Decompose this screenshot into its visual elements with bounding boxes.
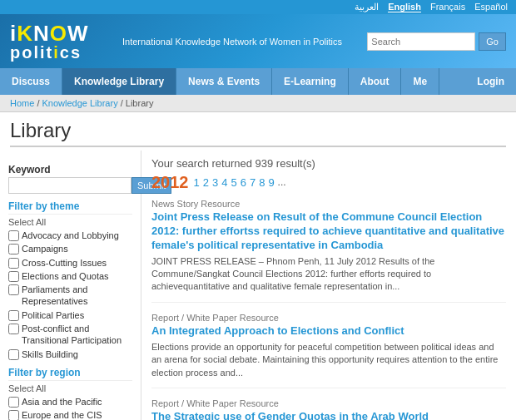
result-item: Report / White Paper Resource The Strate… — [151, 398, 506, 420]
keyword-input[interactable] — [8, 177, 131, 194]
result-item: Report / White Paper Resource An Integra… — [151, 313, 506, 388]
header-search: Go — [367, 32, 506, 51]
page-9[interactable]: 9 — [268, 176, 274, 189]
logo-letter-w: W — [67, 21, 89, 46]
logo-politics: politics — [10, 44, 89, 61]
main-content: Keyword Submit Filter by theme Select Al… — [0, 151, 516, 420]
theme-political-parties-checkbox[interactable] — [8, 310, 19, 321]
lang-arabic[interactable]: العربية — [355, 2, 379, 12]
breadcrumb-knowledge-library[interactable]: Knowledge Library — [42, 98, 118, 108]
logo-letter-o: O — [50, 21, 67, 46]
page-3[interactable]: 3 — [212, 176, 218, 189]
breadcrumb-current: Library — [126, 98, 154, 108]
sidebar: Keyword Submit Filter by theme Select Al… — [0, 151, 141, 420]
result-item: News Story Resource Joint Press Release … — [151, 199, 506, 303]
region-europe: Europe and the CIS — [8, 409, 132, 420]
nav-discuss[interactable]: Discuss — [0, 68, 62, 95]
theme-political-parties: Political Parties — [8, 309, 132, 321]
theme-political-parties-label: Political Parties — [22, 309, 84, 321]
nav-about[interactable]: About — [349, 68, 402, 95]
nav-me[interactable]: Me — [401, 68, 439, 95]
theme-elections-quotas-checkbox[interactable] — [8, 271, 19, 282]
result-title[interactable]: Joint Press Release on Result of the Com… — [151, 210, 506, 253]
select-all-region: Select All — [8, 383, 132, 393]
logo-letter-i: i — [10, 21, 17, 46]
theme-post-conflict-label: Post-conflict and Transitional Participa… — [22, 323, 132, 347]
theme-campaigns-label: Campaigns — [22, 243, 68, 254]
theme-elections-quotas: Elections and Quotas — [8, 270, 132, 282]
page-dots: ... — [278, 176, 286, 189]
page-title: Library — [10, 119, 506, 147]
year-navigation: 2012 1 2 3 4 5 6 7 8 9 ... — [151, 173, 506, 192]
logo-letter-n: N — [33, 21, 50, 46]
breadcrumb: Home / Knowledge Library / Library — [0, 95, 516, 112]
language-bar: العربية English Français Español — [0, 0, 516, 14]
site-tagline: International Knowledge Network of Women… — [97, 37, 368, 47]
results-count: Your search returned 939 result(s) — [151, 157, 506, 170]
select-all-theme: Select All — [8, 217, 132, 227]
logo-iknow: iKNOW — [10, 22, 89, 44]
result-title[interactable]: The Strategic use of Gender Quotas in th… — [151, 410, 506, 420]
breadcrumb-home[interactable]: Home — [10, 98, 34, 108]
theme-advocacy-label: Advocacy and Lobbying — [22, 230, 119, 241]
theme-parliaments: Parliaments and Representatives — [8, 284, 132, 308]
theme-cross-cutting: Cross-Cutting Issues — [8, 257, 132, 269]
lang-french[interactable]: Français — [430, 2, 465, 12]
search-button[interactable]: Go — [479, 32, 506, 51]
region-asia-checkbox[interactable] — [8, 397, 19, 408]
nav-login[interactable]: Login — [465, 68, 516, 95]
lang-spanish[interactable]: Español — [474, 2, 508, 12]
site-logo: iKNOW politics — [10, 22, 89, 61]
region-asia: Asia and the Pacific — [8, 396, 132, 408]
logo-dash: i — [53, 43, 60, 62]
result-type: News Story Resource — [151, 199, 506, 209]
keyword-label: Keyword — [8, 164, 132, 175]
site-header: iKNOW politics International Knowledge N… — [0, 14, 516, 68]
result-type: Report / White Paper Resource — [151, 398, 506, 408]
page-5[interactable]: 5 — [231, 176, 236, 189]
logo-letter-k: K — [17, 21, 33, 46]
filter-region-title: Filter by region — [8, 367, 132, 381]
theme-campaigns-checkbox[interactable] — [8, 244, 19, 254]
page-8[interactable]: 8 — [259, 176, 265, 189]
result-excerpt: Elections provide an opportunity for pea… — [151, 341, 506, 379]
result-title[interactable]: An Integrated Approach to Elections and … — [151, 324, 506, 338]
region-europe-label: Europe and the CIS — [22, 409, 102, 420]
page-1[interactable]: 1 — [194, 176, 200, 189]
theme-elections-quotas-label: Elections and Quotas — [22, 270, 109, 282]
page-title-area: Library — [0, 112, 516, 151]
result-type: Report / White Paper Resource — [151, 313, 506, 323]
lang-english[interactable]: English — [388, 2, 421, 12]
nav-elearning[interactable]: E-Learning — [272, 68, 349, 95]
page-numbers: 1 2 3 4 5 6 7 8 9 ... — [194, 176, 286, 189]
nav-news-events[interactable]: News & Events — [176, 68, 272, 95]
keyword-search: Submit — [8, 177, 132, 194]
theme-advocacy: Advocacy and Lobbying — [8, 230, 132, 241]
page-4[interactable]: 4 — [221, 176, 227, 189]
theme-skills-checkbox[interactable] — [8, 349, 19, 360]
search-results: Your search returned 939 result(s) 2012 … — [141, 151, 516, 420]
filter-theme-title: Filter by theme — [8, 200, 132, 215]
search-input[interactable] — [367, 32, 475, 51]
theme-post-conflict: Post-conflict and Transitional Participa… — [8, 323, 132, 347]
theme-parliaments-checkbox[interactable] — [8, 284, 19, 295]
page-6[interactable]: 6 — [241, 176, 246, 189]
theme-skills-label: Skills Building — [22, 348, 78, 360]
results-year: 2012 — [151, 173, 189, 192]
page-2[interactable]: 2 — [203, 176, 209, 189]
theme-cross-cutting-checkbox[interactable] — [8, 258, 19, 269]
theme-campaigns: Campaigns — [8, 243, 132, 254]
main-nav: Discuss Knowledge Library News & Events … — [0, 68, 516, 95]
region-europe-checkbox[interactable] — [8, 410, 19, 420]
theme-post-conflict-checkbox[interactable] — [8, 324, 19, 334]
theme-cross-cutting-label: Cross-Cutting Issues — [22, 257, 107, 269]
nav-knowledge-library[interactable]: Knowledge Library — [62, 68, 176, 95]
theme-skills: Skills Building — [8, 348, 132, 360]
theme-advocacy-checkbox[interactable] — [8, 230, 19, 241]
theme-parliaments-label: Parliaments and Representatives — [22, 284, 132, 308]
page-7[interactable]: 7 — [250, 176, 256, 189]
region-asia-label: Asia and the Pacific — [22, 396, 102, 408]
result-excerpt: JOINT PRESS RELEASE – Phnom Penh, 11 Jul… — [151, 255, 506, 294]
